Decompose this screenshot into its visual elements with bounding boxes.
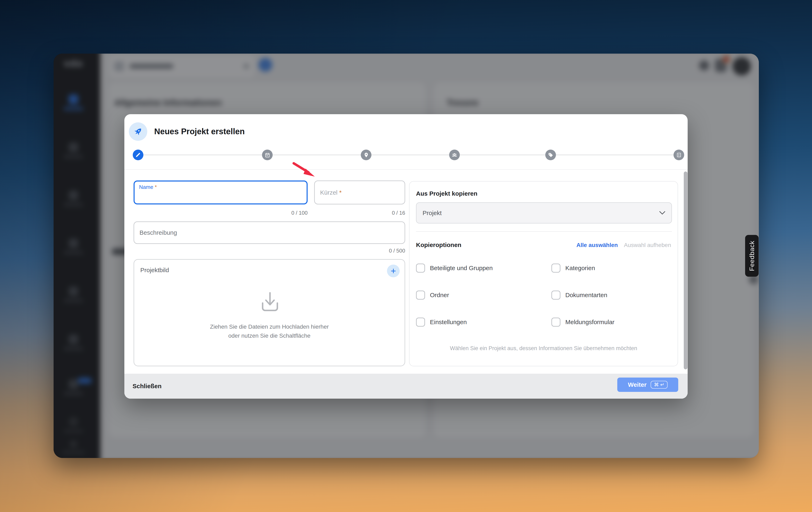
- modal-title: Neues Projekt erstellen: [154, 127, 244, 136]
- checkbox-row-ordner[interactable]: Ordner: [416, 291, 449, 300]
- calendar-icon: [265, 152, 270, 158]
- upload-tray-icon: [258, 290, 282, 316]
- next-button[interactable]: Weiter ⌘ ↵: [617, 377, 678, 392]
- modal-footer: Schließen Weiter ⌘ ↵: [124, 374, 688, 399]
- checkbox[interactable]: [551, 263, 560, 273]
- copy-panel-title: Aus Projekt kopieren: [416, 190, 477, 197]
- dropzone-text-line1: Ziehen Sie die Dateien zum Hochladen hie…: [134, 323, 405, 330]
- annotation-arrow: [291, 161, 317, 180]
- checkbox[interactable]: [551, 291, 560, 300]
- chevron-down-icon: [659, 211, 665, 216]
- projektbild-label: Projektbild: [140, 267, 169, 274]
- rocket-icon: [129, 122, 147, 141]
- create-project-modal: Neues Projekt erstellen: [124, 114, 688, 399]
- checkbox-label: Kategorien: [566, 264, 595, 272]
- checkbox-label: Meldungsformular: [566, 319, 614, 325]
- app-window: Allgemeine Informationen Tresore vdo: [54, 54, 759, 458]
- copy-panel-hint: Wählen Sie ein Projekt aus, dessen Infor…: [409, 345, 677, 351]
- checkbox-label: Dokumentarten: [566, 292, 607, 298]
- pencil-icon: [135, 152, 141, 158]
- project-select[interactable]: Projekt: [416, 202, 672, 224]
- checkbox[interactable]: [416, 291, 425, 300]
- close-button[interactable]: Schließen: [133, 374, 162, 399]
- stepper-connector: [138, 154, 679, 155]
- people-icon: [452, 152, 457, 158]
- panel-divider: [416, 231, 672, 232]
- select-all-link[interactable]: Alle auswählen: [576, 242, 618, 249]
- dropzone-text-line2: oder nutzen Sie die Schaltfläche: [134, 333, 405, 339]
- deselect-all-link[interactable]: Auswahl aufheben: [624, 242, 671, 249]
- checkbox-row-einstellungen[interactable]: Einstellungen: [416, 318, 467, 326]
- header-divider: [124, 169, 688, 170]
- checklist-icon: [676, 152, 682, 158]
- name-field[interactable]: Name *: [134, 180, 308, 204]
- checkbox-label: Beteiligte und Gruppen: [430, 264, 493, 272]
- feedback-tab-label: Feedback: [748, 240, 756, 271]
- step-tags[interactable]: [545, 150, 556, 160]
- name-counter: 0 / 100: [134, 210, 308, 216]
- plus-icon: +: [391, 266, 396, 276]
- checkbox-label: Einstellungen: [430, 319, 467, 325]
- checkbox-row-meldungsformular[interactable]: Meldungsformular: [551, 318, 614, 326]
- checkbox[interactable]: [416, 318, 425, 326]
- keyboard-shortcut-badge: ⌘ ↵: [650, 381, 668, 389]
- next-button-label: Weiter: [628, 381, 646, 388]
- checkbox-row-kategorien[interactable]: Kategorien: [551, 263, 595, 273]
- project-select-value: Projekt: [423, 203, 442, 223]
- tag-icon: [548, 152, 553, 158]
- beschreibung-field[interactable]: Beschreibung: [134, 221, 405, 244]
- kuerzel-placeholder: Kürzel *: [320, 181, 342, 204]
- checkbox[interactable]: [551, 318, 560, 326]
- name-label: Name *: [139, 184, 157, 190]
- step-details[interactable]: [133, 150, 143, 160]
- step-participants[interactable]: [449, 150, 460, 160]
- checkbox[interactable]: [416, 263, 425, 273]
- step-dates[interactable]: [262, 150, 273, 160]
- modal-scrollbar[interactable]: [684, 171, 688, 369]
- beschreibung-counter: 0 / 500: [134, 248, 405, 254]
- checkbox-row-dokumentarten[interactable]: Dokumentarten: [551, 291, 607, 300]
- copy-from-project-panel: Aus Projekt kopieren Projekt Kopieroptio…: [409, 181, 678, 366]
- feedback-tab[interactable]: Feedback: [745, 235, 759, 277]
- copy-options-title: Kopieroptionen: [416, 241, 461, 249]
- add-image-button[interactable]: +: [387, 264, 400, 277]
- location-pin-icon: [364, 152, 369, 158]
- step-summary[interactable]: [673, 150, 684, 160]
- beschreibung-placeholder: Beschreibung: [140, 222, 177, 243]
- kuerzel-field[interactable]: Kürzel *: [314, 180, 405, 204]
- kuerzel-counter: 0 / 16: [314, 210, 405, 216]
- projektbild-dropzone[interactable]: Projektbild + Ziehen Sie die Dateien zum…: [134, 259, 405, 366]
- checkbox-row-beteiligte[interactable]: Beteiligte und Gruppen: [416, 263, 493, 273]
- checkbox-label: Ordner: [430, 292, 449, 298]
- step-location[interactable]: [361, 150, 371, 160]
